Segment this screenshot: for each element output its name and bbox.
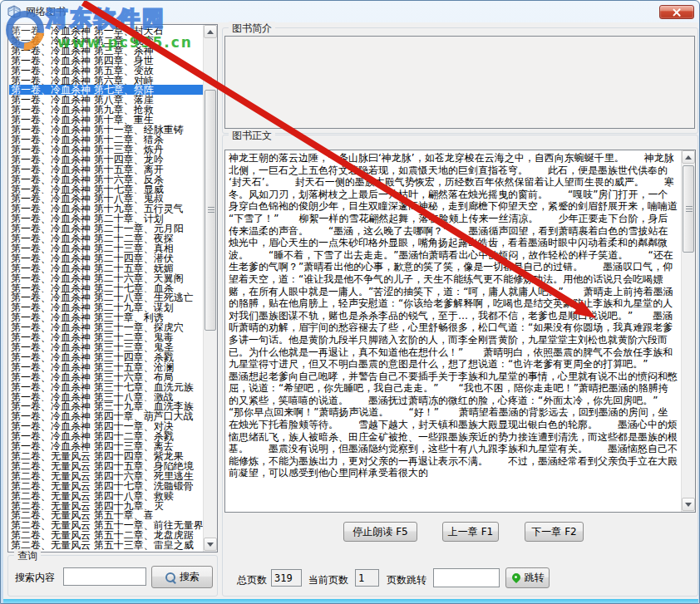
location-pin-icon [511,572,521,584]
chapter-list-item[interactable]: 第一卷、冷血杀神 第十一章、经脉重铸 [9,125,203,135]
scroll-down-button[interactable] [204,538,217,551]
window-title: 网络图书 [26,5,66,19]
chapter-list-item[interactable]: 第一卷、冷血杀神 第二十四章、潜伏 [9,253,203,263]
chapter-list-item[interactable]: 第一卷、冷血杀神 第十七章、显威 [9,184,203,194]
prev-chapter-button[interactable]: 上一章 F1 [442,522,499,542]
intro-textbox[interactable] [224,36,695,129]
chapter-list-item[interactable]: 第一卷、冷血杀神 第三十四章、杀戮 [9,352,203,362]
search-icon [165,572,176,583]
chapter-list-item[interactable]: 第一卷、冷血杀神 第二十一章、元月阳 [9,223,203,233]
chapter-list-item[interactable]: 第一卷、冷血杀神 第三十九章、血洗李族 [9,401,203,411]
chapter-list-item[interactable]: 第一卷、冷血杀神 第二章、蜕变 [9,36,203,46]
stop-reading-button[interactable]: 停止朗读 F5 [343,522,417,542]
chapter-list-item[interactable]: 第二卷、无量风云 第四十五章、身陷绝境 [9,461,203,471]
chapter-list-item[interactable]: 第二卷、无量风云 第五十二章、龙盘虎踞 [9,530,203,540]
chapter-list-item[interactable]: 第一卷、冷血杀神 第三十八章、激战 [9,392,203,402]
chapter-list-item[interactable]: 第一卷、冷血杀神 第四十一章、对决 [9,421,203,431]
title-bar: 网络图书 [1,1,700,22]
stop-reading-label: 停止朗读 F5 [352,525,407,539]
chapter-list-item[interactable]: 第一卷、冷血杀神 第三十一章、探虎穴 [9,322,203,332]
chapter-list-item[interactable]: 第一卷、冷血杀神 第九章、抢救 [9,105,203,115]
chapter-list-item[interactable]: 第一卷、冷血杀神 第十四章、龙吟 [9,155,203,165]
chapter-list-item[interactable]: 第一卷、冷血杀神 第五章、变故 [9,66,203,76]
total-pages-label: 总页数 [237,573,267,587]
window-bottom-edge [3,599,698,604]
close-icon [672,7,682,17]
chapter-list-item[interactable]: 第一卷、冷血杀神 第三十七章、血洗元族 [9,382,203,392]
jump-button-label: 跳转 [525,571,545,585]
intro-group-label: 图书简介 [229,22,275,36]
body-textbox[interactable]: 神龙王朝的落云边陲，一条山脉曰‘神龙脉’，如苍龙穿梭在云海之中，自西向东蜿蜒千里… [224,150,696,513]
chapter-list-item[interactable]: 第一卷、冷血杀神 第二十八章、生死逃亡 [9,292,203,302]
chapter-list-item[interactable]: 第一卷、冷血杀神 第四十二章、杀戮 [9,431,203,441]
chapter-list-item[interactable]: 第一卷、冷血杀神 第三章、杀神 [9,46,203,56]
chapter-list-item[interactable]: 第一卷、冷血杀神 第八章、落崖 [9,95,203,105]
chapter-list-item[interactable]: 第一卷、冷血杀神 第二十六章、天翼阁 [9,273,203,283]
chapter-list-item[interactable]: 第一卷、冷血杀神 第二十三章、真相 [9,243,203,253]
chapter-list-item[interactable]: 第一卷、冷血杀神 第二十章、计划 [9,214,203,223]
page-jump-label: 页数跳转 [387,573,426,587]
chapter-list-item[interactable]: 第一卷、冷血杀神 第十八章、鬼叔 [9,194,203,204]
chapter-list-item[interactable]: 第一卷、冷血杀神 第二十七章、血杀 [9,283,203,293]
chapter-list-item[interactable]: 第一卷、冷血杀神 第十六章、反杀 [9,174,203,184]
chapter-list-item[interactable]: 第一卷、冷血杀神 第三十五章、沧澜 [9,362,203,372]
jump-button[interactable]: 跳转 [505,567,550,588]
chapter-list-item[interactable]: 第一卷、冷血杀神 第十九章、五行灵气 [9,204,203,214]
search-group: 查询 搜索内容 搜索 [7,555,218,597]
chapter-list-item[interactable]: 第一卷、冷血杀神 第三十六章、布局 [9,372,203,382]
page-jump-input[interactable] [433,568,500,587]
current-page-field[interactable] [355,569,379,587]
next-chapter-button[interactable]: 下一章 F2 [525,522,584,542]
search-button[interactable]: 搜索 [151,566,213,588]
chapter-list-item[interactable]: 第一卷、冷血杀神 第四章、身世 [9,56,203,66]
chapter-list-item[interactable]: 第二卷、无量风云 第四十六章、死里逃生 [9,471,203,481]
chapter-list-item[interactable]: 第二卷、无量风云 第四十七章、洗髓锻骨 [9,481,203,491]
app-window: 网络图书 第一卷、冷血杀神 第一章、封天石第一卷、冷血杀神 第二章、蜕变第一卷、… [0,0,700,604]
close-button[interactable] [659,5,694,19]
triangle-up-icon [207,30,214,34]
triangle-down-icon [685,503,692,507]
chapter-list-item[interactable]: 第一卷、冷血杀神 第一章、封天石 [9,26,203,36]
chapter-list-item[interactable]: 第一卷、冷血杀神 第七章、祭阵 [9,85,203,95]
chapter-list-item[interactable]: 第一卷、冷血杀神 第二十五章、妩媚 [9,263,203,273]
total-pages-field[interactable] [271,569,302,587]
search-group-label: 查询 [14,549,41,563]
chapter-list-item[interactable]: 第一卷、冷血杀神 第四十三章、离去 [9,441,203,451]
chapter-list-item[interactable]: 第一卷、冷血杀神 第二十九章、谋划 [9,302,203,312]
chapter-list-item[interactable]: 第二卷、无量风云 第四十四章、紫龙果 [9,451,203,461]
body-text: 神龙王朝的落云边陲，一条山脉曰‘神龙脉’，如苍龙穿梭在云海之中，自西向东蜿蜒千里… [229,152,678,508]
chapter-list-item[interactable]: 第一卷、冷血杀神 第三十二章、鬼毒 [9,332,203,342]
triangle-down-icon [207,543,214,547]
chapter-list-item[interactable]: 第一卷、冷血杀神 第六章、对峙 [9,76,203,86]
scrollbar-thumb[interactable] [683,165,694,253]
next-chapter-label: 下一章 F2 [531,525,576,539]
chapter-list-item[interactable]: 第一卷、冷血杀神 第十三章、炼丹 [9,145,203,155]
chapter-list-item[interactable]: 第二卷、无量风云 第四十九章、灭 [9,501,203,511]
chapter-list-item[interactable]: 第一卷、冷血杀神 第四十章、葫芦口大战 [9,411,203,421]
scroll-up-button[interactable] [682,150,695,164]
chapter-list-item[interactable]: 第一卷、冷血杀神 第十五章、离开 [9,165,203,174]
chapter-list-item[interactable]: 第一卷、冷血杀神 第三十章、利诱 [9,312,203,322]
search-input-label: 搜索内容 [15,571,55,585]
body-group-label: 图书正文 [229,129,275,143]
scroll-up-button[interactable] [204,25,217,38]
body-group: 图书正文 神龙王朝的落云边陲，一条山脉曰‘神龙脉’，如苍龙穿梭在云海之中，自西向… [222,135,698,597]
chapter-list-item[interactable]: 第二卷、无量风云 第四十八章、救赎 [9,491,203,501]
prev-chapter-label: 上一章 F1 [448,525,493,539]
chapter-list-item[interactable]: 第一卷、冷血杀神 第十二章、猎杀 [9,135,203,145]
chapter-list-item[interactable]: 第二卷、无量风云 第五十章、喜 [9,510,203,520]
intro-group: 图书简介 [222,27,698,134]
chapter-list-item[interactable]: 第一卷、冷血杀神 第十章、重生 [9,115,203,125]
body-scrollbar[interactable] [681,150,695,512]
scroll-down-button[interactable] [682,498,695,511]
triangle-up-icon [685,155,692,160]
chapter-list-scrollbar[interactable] [203,25,217,552]
app-icon [7,4,22,19]
chapter-list-item[interactable]: 第一卷、冷血杀神 第二十二章、夜探 [9,233,203,243]
scrollbar-thumb[interactable] [205,90,216,331]
chapter-list-item[interactable]: 第二卷、无量风云 第五十一章、前往无量界 [9,520,203,530]
current-page-label: 当前页数 [308,573,348,587]
chapter-list-item[interactable]: 第一卷、冷血杀神 第三十三章、鬼圣 [9,342,203,352]
chapter-listbox: 第一卷、冷血杀神 第一章、封天石第一卷、冷血杀神 第二章、蜕变第一卷、冷血杀神 … [7,24,218,552]
search-input[interactable] [63,567,146,586]
